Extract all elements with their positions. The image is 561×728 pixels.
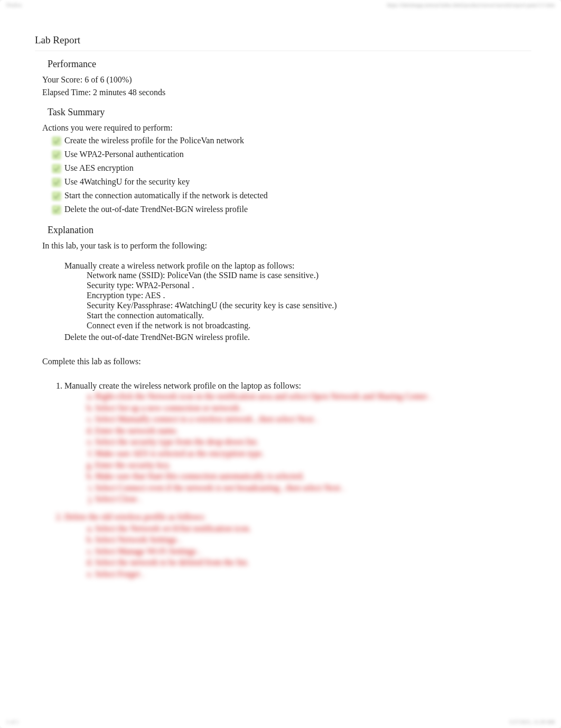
substep-item: Select Network Settings . [95, 534, 531, 546]
complete-intro: Complete this lab as follows: [42, 357, 531, 366]
footer-page: 1 of 1 [6, 719, 18, 725]
task-item-label: Delete the out-of-date TrendNet-BGN wire… [64, 205, 248, 214]
check-icon [52, 136, 61, 146]
check-icon [52, 164, 61, 173]
explanation-heading: Explanation [48, 225, 531, 236]
explanation-intro: In this lab, your task is to perform the… [42, 241, 531, 251]
task-item: Use 4WatchingU for the security key [53, 177, 531, 187]
step-item: Delete the old wireless profile as follo… [64, 511, 531, 580]
actions-intro: Actions you were required to perform: [42, 123, 531, 133]
task-item-label: Use WPA2-Personal authentication [64, 150, 184, 159]
list-item: Encryption type: AES . [87, 291, 531, 300]
check-icon [52, 191, 61, 201]
list-item: Connect even if the network is not broad… [87, 321, 531, 330]
svg-rect-0 [52, 137, 61, 145]
task-list: Create the wireless profile for the Poli… [53, 136, 531, 214]
steps-list: Manually create the wireless network pro… [64, 381, 531, 505]
check-icon [52, 178, 61, 187]
step-item: Manually create the wireless network pro… [64, 381, 531, 505]
task-item: Use AES encryption [53, 163, 531, 173]
task-item: Delete the out-of-date TrendNet-BGN wire… [53, 205, 531, 214]
substep-item: Make sure AES is selected as the encrypt… [95, 448, 531, 459]
list-item: Start the connection automatically. [87, 311, 531, 320]
check-icon [52, 205, 61, 215]
list-item: Manually create a wireless network profi… [64, 261, 531, 330]
svg-rect-1 [52, 151, 61, 159]
substep-item: Enter the network name. [95, 425, 531, 437]
list-item: Delete the out-of-date TrendNet-BGN wire… [64, 333, 531, 342]
substep-item: Select Forget . [95, 568, 531, 580]
substep-item: Select the network to be deleted from th… [95, 557, 531, 568]
bullet-text: Manually create a wireless network profi… [64, 261, 294, 270]
substep-item: Select the security type from the drop-d… [95, 436, 531, 448]
svg-rect-4 [52, 192, 61, 200]
task-item: Start the connection automatically if th… [53, 191, 531, 200]
substep-item: Select Set up a new connection or networ… [95, 402, 531, 414]
check-icon [52, 150, 61, 160]
task-item-label: Create the wireless profile for the Poli… [64, 136, 244, 145]
task-item-label: Start the connection automatically if th… [64, 191, 268, 200]
score-line: Your Score: 6 of 6 (100%) [42, 75, 531, 85]
divider [35, 50, 531, 51]
header-source: Firefox [6, 2, 22, 8]
task-item-label: Use 4WatchingU for the security key [64, 177, 190, 186]
list-item: Security Key/Passphrase: 4WatchingU (the… [87, 301, 531, 310]
task-summary-heading: Task Summary [48, 107, 531, 118]
substep-item: Right-click the Network icon in the noti… [95, 391, 531, 402]
step-text: Manually create the wireless network pro… [64, 381, 301, 390]
step-text: Delete the old wireless profile as follo… [64, 512, 205, 521]
substep-item: Select Close . [95, 493, 531, 505]
svg-rect-5 [52, 206, 61, 214]
substep-item: Select Manage Wi-Fi Settings . [95, 546, 531, 557]
task-item: Create the wireless profile for the Poli… [53, 136, 531, 145]
list-item: Security type: WPA2-Personal . [87, 281, 531, 290]
substep-item: Select Manually connect to a wireless ne… [95, 413, 531, 425]
svg-rect-3 [52, 178, 61, 187]
elapsed-line: Elapsed Time: 2 minutes 48 seconds [42, 88, 531, 97]
svg-rect-2 [52, 164, 61, 173]
performance-heading: Performance [48, 59, 531, 70]
task-item: Use WPA2-Personal authentication [53, 150, 531, 159]
header-url: https://labsimapp.testout/index.html/pro… [387, 2, 555, 8]
list-item: Network name (SSID): PoliceVan (the SSID… [87, 271, 531, 280]
substep-item: Select Connect even if the network is no… [95, 482, 531, 494]
substep-item: Select the Network wi-fi/list notificati… [95, 523, 531, 535]
substep-item: Make sure that Start this connection aut… [95, 471, 531, 482]
footer-date: 5/27/2021, 11:28 AM [509, 719, 555, 725]
explanation-bullets: Manually create a wireless network profi… [64, 261, 531, 342]
page-title: Lab Report [35, 34, 531, 46]
task-item-label: Use AES encryption [64, 163, 134, 172]
substep-item: Enter the security key. [95, 459, 531, 471]
